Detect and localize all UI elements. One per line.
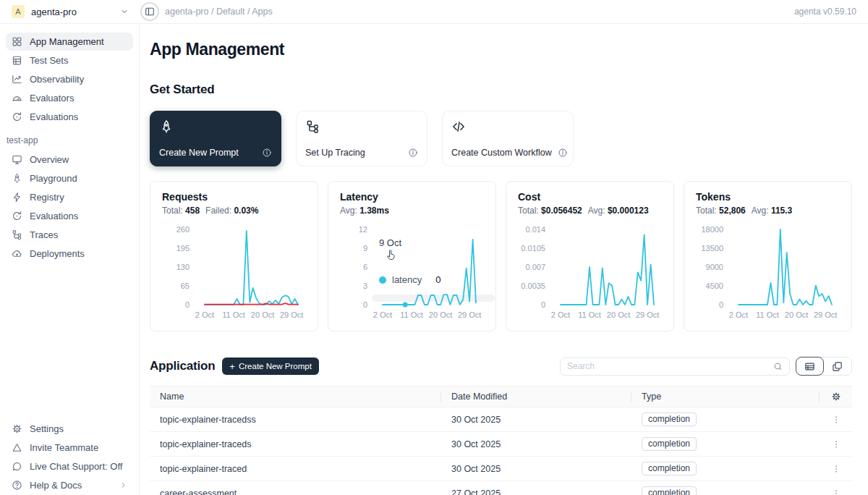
chevron-right-icon — [119, 481, 127, 489]
sidebar-item-help-docs[interactable]: Help & Docs — [6, 476, 133, 494]
svg-text:11 Oct: 11 Oct — [400, 310, 423, 319]
help-icon — [12, 480, 22, 491]
sidebar-item-label: Evaluations — [30, 111, 78, 122]
sidebar-item-registry[interactable]: Registry — [6, 188, 133, 206]
card-view-icon — [832, 361, 843, 372]
sidebar-item-label: Settings — [30, 423, 64, 434]
app-name-cell: topic-explainer-traced — [150, 457, 441, 481]
svg-text:0: 0 — [185, 300, 190, 309]
sidebar-item-label: Evaluations — [30, 211, 78, 221]
sidebar-item-label: Invite Teammate — [30, 442, 98, 453]
type-badge: completion — [642, 412, 697, 426]
info-icon[interactable] — [262, 148, 272, 158]
get-started-card-set-up-tracing[interactable]: Set Up Tracing — [296, 111, 427, 166]
main-content: App Management Get Started Create New Pr… — [140, 24, 868, 495]
date-modified-cell: 30 Oct 2025 — [441, 432, 631, 457]
svg-text:29 Oct: 29 Oct — [280, 310, 303, 319]
table-view-icon — [804, 361, 815, 372]
metric-card-latency: LatencyAvg: 1.38ms1296302 Oct11 Oct20 Oc… — [328, 181, 496, 331]
column-header-name: Name — [150, 386, 441, 407]
sidebar-item-label: Live Chat Support: Off — [30, 461, 122, 472]
sidebar-item-evaluations[interactable]: Evaluations — [6, 207, 133, 225]
panel-icon — [145, 7, 155, 17]
sidebar-item-label: Overview — [30, 154, 69, 165]
table-view-button[interactable] — [796, 357, 824, 376]
table-row[interactable]: career-assessment27 Oct 2025completion — [150, 481, 852, 495]
sidebar-item-settings[interactable]: Settings — [6, 420, 133, 438]
sidebar-item-evaluations[interactable]: Evaluations — [6, 108, 133, 126]
get-started-card-create-custom-workflow[interactable]: Create Custom Workflow — [442, 111, 574, 166]
observability-icon — [12, 74, 22, 85]
metric-chart-tokens: 18000135009000450002 Oct11 Oct20 Oct29 O… — [684, 182, 853, 331]
type-cell: completion — [631, 432, 820, 457]
applications-table: NameDate ModifiedType topic-explainer-tr… — [150, 386, 852, 495]
svg-text:20 Oct: 20 Oct — [429, 310, 452, 319]
sidebar-item-invite-teammate[interactable]: Invite Teammate — [6, 439, 133, 457]
sidebar-item-traces[interactable]: Traces — [6, 226, 133, 244]
invite-icon — [12, 442, 22, 453]
row-actions-button[interactable] — [831, 488, 841, 495]
sidebar-item-label: Evaluators — [30, 93, 74, 103]
info-icon[interactable] — [408, 148, 418, 158]
card-view-button[interactable] — [823, 358, 851, 375]
get-started-cards: Create New PromptSet Up TracingCreate Cu… — [150, 111, 852, 166]
search-input[interactable] — [567, 361, 773, 371]
table-settings-gear-icon[interactable] — [831, 392, 841, 402]
table-row[interactable]: topic-explainer-traced30 Oct 2025complet… — [150, 457, 852, 481]
sidebar-item-playground[interactable]: Playground — [6, 169, 133, 187]
row-actions-button[interactable] — [831, 439, 841, 449]
page-title: App Management — [150, 40, 852, 59]
sidebar-item-app-management[interactable]: App Management — [6, 33, 133, 51]
evaluations-icon — [12, 211, 22, 221]
metric-card-requests: RequestsTotal: 458Failed: 0.03%260195130… — [150, 181, 318, 331]
sidebar-item-label: Observability — [30, 74, 84, 85]
app-name-cell: topic-explainer-tracedss — [150, 407, 441, 432]
get-started-card-create-new-prompt[interactable]: Create New Prompt — [150, 111, 281, 166]
svg-text:65: 65 — [181, 282, 190, 290]
topbar: A agenta-pro agenta-pro / Default / Apps… — [0, 0, 868, 24]
date-modified-cell: 27 Oct 2025 — [441, 481, 631, 495]
tooltip-date: 9 Oct — [379, 237, 456, 248]
app-version: agenta v0.59.10 — [794, 7, 856, 17]
type-badge: completion — [642, 462, 697, 475]
create-new-prompt-button[interactable]: +Create New Prompt — [222, 358, 319, 375]
info-icon[interactable] — [558, 148, 568, 158]
plus-icon: + — [229, 361, 235, 372]
svg-text:2 Oct: 2 Oct — [373, 310, 392, 319]
svg-text:11 Oct: 11 Oct — [578, 310, 601, 319]
table-row[interactable]: topic-explainer-traceds30 Oct 2025comple… — [150, 432, 852, 457]
svg-text:2 Oct: 2 Oct — [195, 310, 214, 319]
tracing-icon — [305, 119, 320, 134]
sidebar-item-deployments[interactable]: Deployments — [6, 245, 133, 263]
svg-text:4500: 4500 — [706, 282, 723, 290]
type-badge: completion — [642, 486, 697, 495]
row-actions-button[interactable] — [831, 415, 841, 425]
table-row[interactable]: topic-explainer-tracedss30 Oct 2025compl… — [150, 407, 852, 432]
sidebar-item-live-chat-support-off[interactable]: Live Chat Support: Off — [6, 457, 133, 475]
svg-text:20 Oct: 20 Oct — [251, 310, 274, 319]
row-actions-button[interactable] — [831, 464, 841, 474]
svg-text:29 Oct: 29 Oct — [814, 310, 837, 319]
app-name-cell: career-assessment — [150, 481, 441, 495]
application-section: Application +Create New Prompt NameDate … — [150, 357, 852, 495]
sidebar-item-observability[interactable]: Observability — [6, 70, 133, 88]
workspace-selector[interactable]: A agenta-pro — [12, 5, 129, 18]
sidebar-collapse-button[interactable] — [140, 2, 159, 21]
svg-text:195: 195 — [176, 244, 190, 253]
overview-icon — [12, 154, 22, 165]
search-icon[interactable] — [773, 362, 783, 371]
app-name-cell: topic-explainer-traceds — [150, 432, 441, 457]
svg-text:11 Oct: 11 Oct — [222, 310, 245, 319]
sidebar-app-nav: OverviewPlaygroundRegistryEvaluationsTra… — [6, 151, 133, 263]
chat-icon — [12, 461, 22, 472]
type-badge: completion — [642, 437, 697, 451]
sidebar-item-evaluators[interactable]: Evaluators — [6, 89, 133, 107]
sidebar-item-test-sets[interactable]: Test Sets — [6, 51, 133, 69]
sidebar-item-label: Traces — [30, 229, 58, 240]
get-started-card-label: Create New Prompt — [159, 148, 239, 158]
sidebar-footer-nav: SettingsInvite TeammateLive Chat Support… — [6, 420, 133, 495]
svg-text:18000: 18000 — [701, 225, 723, 234]
sidebar-item-overview[interactable]: Overview — [6, 151, 133, 169]
grid-icon — [12, 36, 22, 47]
svg-text:12: 12 — [359, 225, 367, 234]
